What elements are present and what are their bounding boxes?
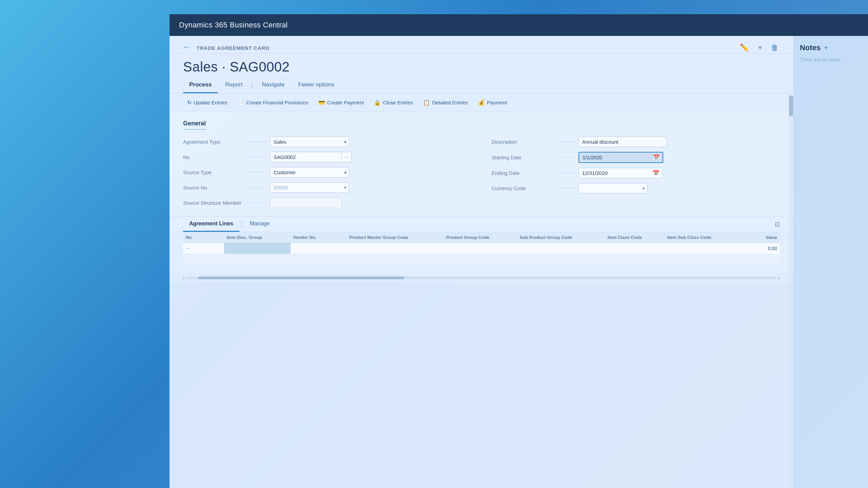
scroll-right-btn[interactable]: › bbox=[778, 275, 780, 281]
cell-item-sub-class[interactable] bbox=[665, 243, 739, 254]
add-button[interactable]: + bbox=[756, 42, 764, 54]
starting-date-calendar-btn[interactable]: 📅 bbox=[650, 153, 663, 162]
source-structure-input[interactable] bbox=[270, 198, 342, 208]
create-financial-label: Create Financial Provisions bbox=[246, 100, 308, 105]
create-payment-button[interactable]: 💳 Create Payment bbox=[314, 97, 368, 108]
cell-value: 0.00 bbox=[739, 243, 780, 254]
action-bar: ↻ Update Entries 📄 Create Financial Prov… bbox=[170, 94, 793, 112]
dots-7 bbox=[555, 157, 576, 158]
general-section: General Agreement Type ▾ bbox=[170, 112, 793, 216]
dots-4 bbox=[247, 187, 267, 188]
dots-9 bbox=[555, 188, 576, 188]
back-button[interactable]: ← bbox=[183, 43, 191, 52]
dots-1 bbox=[247, 142, 267, 142]
no-row: No. ··· bbox=[183, 152, 471, 162]
update-entries-label: Update Entries bbox=[194, 100, 227, 105]
dots-5 bbox=[247, 203, 267, 203]
tab-fewer-options[interactable]: Fewer options bbox=[292, 77, 341, 93]
edit-button[interactable]: ✏️ bbox=[738, 42, 750, 54]
starting-date-row: Starting Date 📅 bbox=[492, 152, 780, 163]
detailed-entries-button[interactable]: 📋 Detailed Entries bbox=[419, 97, 472, 108]
tab-navigate[interactable]: Navigate bbox=[256, 77, 291, 93]
create-financial-icon: 📄 bbox=[237, 99, 244, 106]
cell-product-group[interactable] bbox=[443, 243, 517, 254]
payment-label: Payment bbox=[487, 100, 507, 105]
update-entries-button[interactable]: ↻ Update Entries bbox=[183, 97, 231, 108]
ending-date-container: 📅 bbox=[578, 168, 663, 178]
notes-add-button[interactable]: + bbox=[824, 44, 828, 52]
currency-code-container: ▾ bbox=[578, 183, 648, 194]
cell-vendor-no[interactable] bbox=[291, 243, 347, 254]
currency-code-row: Currency Code ▾ bbox=[492, 183, 780, 194]
agreement-type-select-btn[interactable]: ▾ bbox=[341, 138, 349, 146]
cell-product-master[interactable] bbox=[347, 243, 443, 254]
currency-code-label: Currency Code bbox=[492, 185, 553, 191]
tab-report[interactable]: Report bbox=[219, 77, 249, 93]
vertical-scrollbar-thumb bbox=[789, 96, 793, 116]
no-input-container: ··· bbox=[270, 152, 352, 162]
source-no-input-container: ▾ bbox=[270, 182, 349, 193]
no-input[interactable] bbox=[270, 152, 341, 162]
page-title: Sales · SAG0002 bbox=[183, 59, 780, 75]
source-no-dropdown-btn[interactable]: ▾ bbox=[341, 184, 349, 191]
starting-date-input[interactable] bbox=[579, 152, 650, 162]
starting-date-label: Starting Date bbox=[492, 155, 553, 160]
col-header-sub-product: Sub Product Group Code bbox=[517, 232, 605, 243]
cell-item-class[interactable] bbox=[605, 243, 665, 254]
close-entries-label: Close Entries bbox=[383, 100, 413, 105]
currency-code-select[interactable] bbox=[579, 183, 640, 193]
col-header-product-group: Product Group Code bbox=[443, 232, 517, 243]
agreement-type-input-container: ▾ bbox=[270, 137, 350, 147]
source-type-label: Source Type bbox=[183, 169, 244, 175]
close-entries-button[interactable]: 🔒 Close Entries bbox=[370, 97, 417, 108]
payment-icon: 💰 bbox=[478, 99, 485, 106]
no-ellipsis-btn[interactable]: ··· bbox=[341, 153, 351, 161]
cell-sub-product[interactable] bbox=[517, 243, 605, 254]
source-type-select-btn[interactable]: ▾ bbox=[341, 168, 349, 177]
dots-3 bbox=[247, 172, 267, 172]
source-type-input-container: ▾ bbox=[270, 167, 350, 178]
description-input[interactable] bbox=[578, 137, 667, 147]
agreement-type-label: Agreement Type bbox=[183, 139, 244, 145]
col-header-value: Value bbox=[739, 232, 780, 243]
tab-process[interactable]: Process bbox=[183, 77, 218, 93]
scroll-left-btn[interactable]: ‹ bbox=[183, 275, 185, 281]
vertical-scrollbar[interactable] bbox=[789, 96, 793, 488]
table-row: → 0.00 bbox=[183, 243, 780, 254]
col-header-item-sub-class: Item Sub Class Code bbox=[665, 232, 739, 243]
expand-table-btn[interactable]: ⊡ bbox=[775, 221, 780, 228]
scroll-track[interactable] bbox=[186, 277, 777, 279]
cell-item-disc-group[interactable] bbox=[224, 243, 291, 254]
source-type-input[interactable] bbox=[270, 167, 341, 177]
sub-tab-agreement-lines[interactable]: Agreement Lines bbox=[183, 217, 239, 232]
source-no-input[interactable] bbox=[270, 183, 341, 192]
notes-panel: Notes + There are no notes. bbox=[793, 36, 868, 488]
delete-button[interactable]: 🗑 bbox=[770, 42, 780, 54]
sub-tab-manage[interactable]: Manage bbox=[244, 217, 276, 232]
close-entries-icon: 🔒 bbox=[374, 99, 381, 106]
main-tab-nav: Process Report | Navigate Fewer options bbox=[170, 77, 793, 94]
table-header-row: No. Item Disc. Group Vendor No. Product … bbox=[183, 232, 780, 243]
col-header-item-disc-group: Item Disc. Group bbox=[224, 232, 291, 243]
tab-separator-1: | bbox=[250, 81, 254, 89]
notes-hint: There are no notes. bbox=[800, 57, 862, 62]
update-entries-icon: ↻ bbox=[187, 99, 192, 106]
general-section-title: General bbox=[183, 120, 206, 130]
agreement-type-row: Agreement Type ▾ bbox=[183, 137, 471, 147]
horizontal-scrollbar: ‹ › bbox=[170, 273, 793, 283]
ending-date-calendar-btn[interactable]: 📅 bbox=[650, 168, 662, 178]
dots-6 bbox=[555, 142, 576, 142]
sub-tab-separator: | bbox=[239, 220, 244, 228]
no-label: No. bbox=[183, 154, 244, 160]
ending-date-input[interactable] bbox=[579, 168, 650, 178]
currency-dropdown-arrow: ▾ bbox=[640, 185, 647, 192]
create-financial-provisions-button[interactable]: 📄 Create Financial Provisions bbox=[233, 97, 312, 108]
detailed-entries-icon: 📋 bbox=[423, 99, 430, 106]
payment-button[interactable]: 💰 Payment bbox=[474, 97, 511, 108]
agreement-lines-table: No. Item Disc. Group Vendor No. Product … bbox=[183, 232, 780, 265]
add-icon: + bbox=[758, 43, 762, 52]
cell-arrow: → bbox=[183, 243, 224, 254]
description-label: Description bbox=[492, 139, 553, 145]
source-structure-row: Source Structure Member bbox=[183, 198, 471, 208]
agreement-type-input[interactable] bbox=[270, 137, 341, 147]
